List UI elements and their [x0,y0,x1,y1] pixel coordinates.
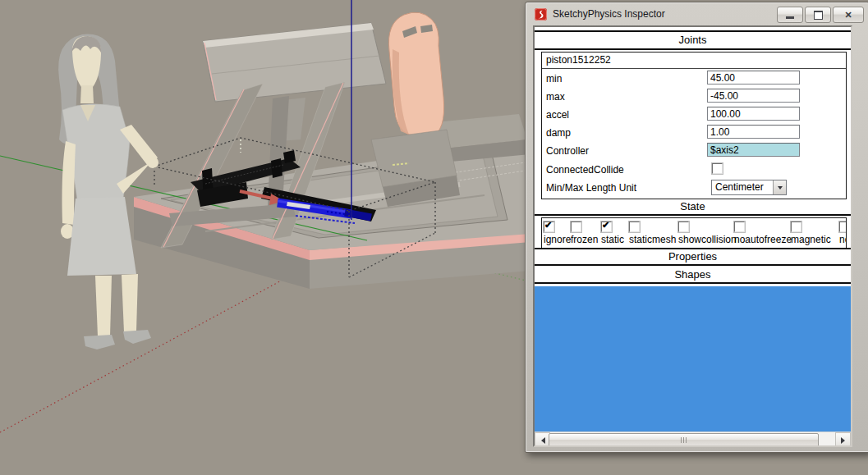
racing-seat [388,12,443,138]
minimize-icon [786,16,794,19]
noautofreeze-checkbox[interactable] [734,222,745,232]
divider [535,248,851,249]
arrow-right-icon [841,437,848,444]
joint-panel: piston1512252 min max accel damp Control… [541,52,847,199]
arrow-left-icon [538,437,545,444]
screen: SketchyPhysics Inspector ✕ Joints piston… [0,0,868,475]
dropdown-button[interactable] [773,180,786,194]
divider [535,48,851,50]
accel-input[interactable] [707,107,800,121]
maximize-icon [814,11,823,20]
flag-label: magnetic [791,234,831,245]
flag-label: ignore [544,234,571,245]
damp-input[interactable] [707,125,800,139]
divider [535,30,851,32]
showcollision-checkbox[interactable] [678,222,689,232]
section-header-state[interactable]: State [535,200,851,214]
flag-label: static [601,234,624,245]
inspector-window: SketchyPhysics Inspector ✕ Joints piston… [525,2,868,453]
scrollbar-grip-icon [681,437,688,443]
chevron-down-icon [778,186,783,192]
scrollbar-thumb[interactable] [549,433,819,447]
controller-input[interactable] [707,143,800,157]
length-unit-select[interactable]: Centimeter [711,180,787,195]
horizontal-scrollbar[interactable] [535,432,851,446]
staticmesh-checkbox[interactable] [629,222,640,232]
field-label-connectedcollide: ConnectedCollide [546,164,624,176]
max-input[interactable] [707,89,800,103]
flag-label: frozen [571,234,598,245]
scroll-right-button[interactable] [835,432,851,447]
flag-label: staticmesh [629,234,676,245]
close-button[interactable]: ✕ [833,7,864,23]
divider [535,282,851,284]
inspector-content: Joints piston1512252 min max accel damp … [533,25,852,447]
shapes-panel [535,286,851,432]
figure-skirt [67,197,136,276]
flag-label: noautofreeze [734,234,792,245]
minimize-button[interactable] [777,7,803,23]
magnetic-checkbox[interactable] [791,222,801,232]
maximize-button[interactable] [805,7,831,23]
field-label-accel: accel [546,109,569,121]
flag-label: nocc [839,234,847,245]
field-label-max: max [546,91,565,103]
joint-name: piston1512252 [542,53,846,69]
frozen-checkbox[interactable] [571,222,581,232]
section-header-joints[interactable]: Joints [535,34,851,48]
field-label-controller: Controller [546,145,589,158]
divider [535,264,851,266]
ignore-checkbox[interactable] [544,222,554,232]
close-icon: ✕ [844,11,852,20]
section-header-properties[interactable]: Properties [535,250,851,264]
title-bar[interactable]: SketchyPhysics Inspector ✕ [526,2,868,25]
divider [535,214,851,216]
nocc-checkbox[interactable] [839,222,847,232]
state-panel: ignore frozen static staticmesh showcoll… [541,217,847,249]
section-header-shapes[interactable]: Shapes [535,268,851,282]
connectedcollide-checkbox[interactable] [712,163,723,174]
field-label-damp: damp [546,127,571,139]
flag-label: showcollision [678,234,737,245]
field-label-length-unit: Min/Max Length Unit [546,182,636,194]
length-unit-value: Centimeter [715,181,764,193]
sketchyphysics-icon [535,8,547,21]
window-title: SketchyPhysics Inspector [553,8,665,20]
field-label-min: min [546,73,562,85]
min-input[interactable] [707,71,800,84]
static-checkbox[interactable] [601,222,612,232]
